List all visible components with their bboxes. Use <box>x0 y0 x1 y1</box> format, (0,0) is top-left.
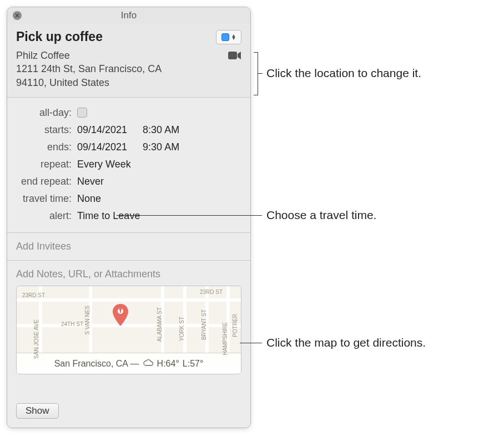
footer: Show <box>7 397 250 428</box>
event-info-window: Info Pick up coffee ▲▼ Philz Coffee 1211… <box>7 7 251 428</box>
map-preview[interactable]: 23RD ST 23RD ST 24TH ST SAN JOSE AVE S V… <box>16 286 241 374</box>
travel-row: travel time: None <box>16 190 241 207</box>
svg-rect-0 <box>228 52 237 59</box>
window-title: Info <box>7 10 250 21</box>
allday-row: all-day: <box>16 104 241 121</box>
weather-location: San Francisco, CA — <box>54 359 139 369</box>
callout-travel: Choose a travel time. <box>266 209 376 222</box>
ends-date[interactable]: 09/14/2021 <box>77 141 127 153</box>
ends-row: ends: 09/14/2021 9:30 AM <box>16 139 241 156</box>
repeat-value[interactable]: Every Week <box>77 159 131 170</box>
starts-time[interactable]: 8:30 AM <box>143 124 179 136</box>
alert-row: alert: Time to Leave <box>16 207 241 225</box>
add-invitees-placeholder: Add Invitees <box>16 241 71 252</box>
repeat-row: repeat: Every Week <box>16 156 241 173</box>
endrepeat-label: end repeat: <box>16 176 77 187</box>
event-location[interactable]: Philz Coffee 1211 24th St, San Francisco… <box>16 49 162 89</box>
event-title[interactable]: Pick up coffee <box>16 29 103 44</box>
street-label: BRYANT ST <box>201 309 207 340</box>
endrepeat-row: end repeat: Never <box>16 173 241 190</box>
weather-low: L:57° <box>183 359 204 369</box>
repeat-label: repeat: <box>16 159 77 170</box>
header-section: Pick up coffee ▲▼ Philz Coffee 1211 24th… <box>7 24 250 98</box>
video-call-icon[interactable] <box>228 50 241 63</box>
cloud-icon <box>143 359 154 369</box>
map-pin-icon <box>112 304 129 331</box>
callout-location: Click the location to change it. <box>266 67 421 80</box>
street-label: S VAN NES <box>84 306 90 335</box>
ends-label: ends: <box>16 141 77 153</box>
street-label: POTRER <box>232 314 238 337</box>
close-button[interactable] <box>13 11 22 20</box>
callout-bracket <box>254 52 258 95</box>
travel-label: travel time: <box>16 193 77 205</box>
street-label: 24TH ST <box>61 321 83 327</box>
street-label: 23RD ST <box>200 289 223 295</box>
callout-line <box>258 73 263 74</box>
show-button[interactable]: Show <box>16 403 59 419</box>
allday-label: all-day: <box>16 107 77 119</box>
svg-point-3 <box>119 308 122 311</box>
street-label: ALABAMA ST <box>157 307 163 342</box>
notes-placeholder[interactable]: Add Notes, URL, or Attachments <box>16 268 241 280</box>
starts-label: starts: <box>16 124 77 136</box>
map-canvas: 23RD ST 23RD ST 24TH ST SAN JOSE AVE S V… <box>17 286 241 353</box>
ends-time[interactable]: 9:30 AM <box>143 141 179 153</box>
allday-checkbox[interactable] <box>77 108 87 118</box>
datetime-section: all-day: starts: 09/14/2021 8:30 AM ends… <box>7 98 250 233</box>
starts-row: starts: 09/14/2021 8:30 AM <box>16 121 241 139</box>
travel-value[interactable]: None <box>77 193 101 205</box>
titlebar: Info <box>7 7 250 24</box>
notes-section: Add Notes, URL, or Attachments 23RD ST 2… <box>7 261 250 397</box>
callout-line <box>117 215 262 216</box>
callout-map: Click the map to get directions. <box>266 336 426 349</box>
weather-bar: San Francisco, CA — H:64° L:57° <box>17 353 241 374</box>
alert-label: alert: <box>16 210 77 222</box>
street-label: YORK ST <box>179 317 185 341</box>
alert-value[interactable]: Time to Leave <box>77 210 140 222</box>
weather-high: H:64° <box>157 359 179 369</box>
calendar-color-picker[interactable]: ▲▼ <box>216 30 241 44</box>
callout-line <box>240 343 262 343</box>
street-label: SAN JOSE AVE <box>33 319 39 359</box>
endrepeat-value[interactable]: Never <box>77 176 104 187</box>
street-label: 23RD ST <box>22 292 45 298</box>
starts-date[interactable]: 09/14/2021 <box>77 124 127 136</box>
invitees-section[interactable]: Add Invitees <box>7 233 250 261</box>
street-label: HAMPSHIRE <box>222 322 228 355</box>
chevron-updown-icon: ▲▼ <box>231 34 236 40</box>
calendar-color-swatch <box>221 33 229 41</box>
